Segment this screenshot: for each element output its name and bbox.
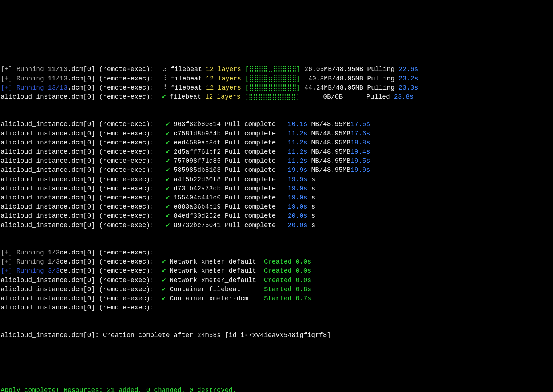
creation-line: alicloud_instance.dcm[0]: Creation compl… [1,331,553,340]
check-icon: ✔ [162,277,166,284]
check-icon: ✔ [166,166,170,174]
filebeat-line: alicloud_instance.dcm[0] (remote-exec): … [1,92,553,102]
check-icon: ✔ [162,258,166,265]
filebeat-line: [+] Running 11/13.dcm[0] (remote-exec): … [1,74,553,83]
blank-line [1,358,553,367]
status-line: alicloud_instance.dcm[0] (remote-exec): … [1,276,553,285]
pull-line: alicloud_instance.dcm[0] (remote-exec): … [1,138,553,147]
pull-line: alicloud_instance.dcm[0] (remote-exec): … [1,129,553,138]
spinner-icon: ✔ [162,93,166,100]
check-icon: ✔ [166,139,170,146]
pull-line: alicloud_instance.dcm[0] (remote-exec): … [1,202,553,211]
status-line: alicloud_instance.dcm[0] (remote-exec): … [1,294,553,303]
spinner-icon: ⠸ [162,75,167,82]
pull-line: alicloud_instance.dcm[0] (remote-exec): … [1,157,553,166]
check-icon: ✔ [166,120,170,128]
check-icon: ✔ [166,194,170,201]
status-line: [+] Running 1/3ce.dcm[0] (remote-exec): … [1,257,553,266]
check-icon: ✔ [166,130,170,137]
pull-line: alicloud_instance.dcm[0] (remote-exec): … [1,221,553,230]
pull-line: alicloud_instance.dcm[0] (remote-exec): … [1,120,553,129]
pull-line: alicloud_instance.dcm[0] (remote-exec): … [1,166,553,175]
apply-complete: Apply complete! Resources: 21 added, 0 c… [1,386,553,392]
pull-line: alicloud_instance.dcm[0] (remote-exec): … [1,184,553,193]
check-icon: ✔ [166,212,170,219]
check-icon: ✔ [162,267,166,274]
check-icon: ✔ [166,203,170,210]
check-icon: ✔ [166,176,170,183]
status-line: [+] Running 1/3ce.dcm[0] (remote-exec): [1,248,553,257]
status-line: alicloud_instance.dcm[0] (remote-exec): … [1,285,553,294]
check-icon: ✔ [166,157,170,165]
check-icon: ✔ [166,148,170,155]
terminal-output[interactable]: [+] Running 11/13.dcm[0] (remote-exec): … [0,46,553,392]
check-icon: ✔ [162,295,166,302]
status-line: alicloud_instance.dcm[0] (remote-exec): [1,303,553,312]
pull-line: alicloud_instance.dcm[0] (remote-exec): … [1,147,553,157]
pull-line: alicloud_instance.dcm[0] (remote-exec): … [1,193,553,202]
pull-line: alicloud_instance.dcm[0] (remote-exec): … [1,211,553,221]
status-line: [+] Running 3/3ce.dcm[0] (remote-exec): … [1,266,553,276]
spinner-icon: ⠸ [162,84,167,91]
spinner-icon: ⠴ [162,66,167,73]
check-icon: ✔ [162,286,166,293]
filebeat-line: [+] Running 11/13.dcm[0] (remote-exec): … [1,65,553,74]
filebeat-line: [+] Running 13/13.dcm[0] (remote-exec): … [1,83,553,92]
check-icon: ✔ [166,185,170,192]
check-icon: ✔ [166,222,170,229]
pull-line: alicloud_instance.dcm[0] (remote-exec): … [1,175,553,184]
